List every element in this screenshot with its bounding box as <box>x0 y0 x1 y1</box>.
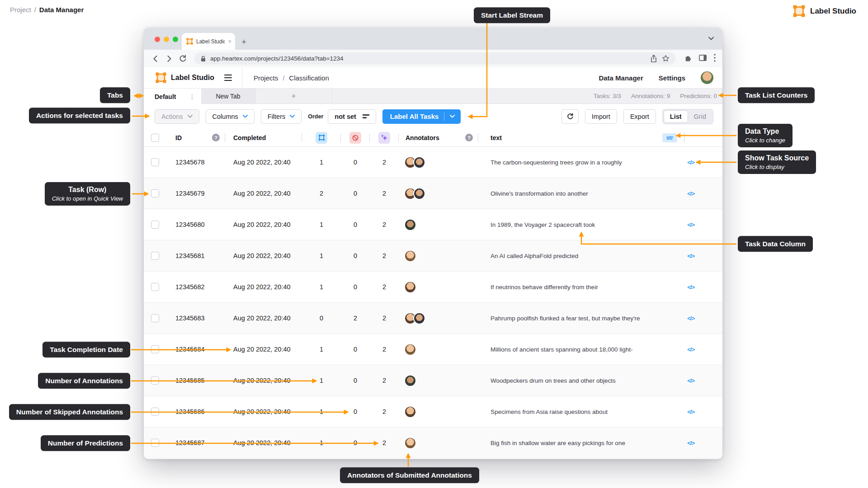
view-grid-button[interactable]: Grid <box>688 113 712 120</box>
browser-tab[interactable]: Label Studio × <box>182 33 235 50</box>
export-button[interactable]: Export <box>623 109 656 124</box>
bookmark-star-icon[interactable] <box>661 54 670 63</box>
url-text[interactable]: app.heartex.com/projects/123456/data?tab… <box>210 55 646 62</box>
callout-show-task-source: Show Task Source Click to display <box>738 150 816 174</box>
table-row[interactable]: 12345684 Aug 20 2022, 20:40 1 0 2 Millio… <box>144 334 722 365</box>
row-checkbox[interactable] <box>151 283 159 291</box>
header-annotators[interactable]: Annotators ? <box>399 129 478 146</box>
back-icon[interactable] <box>150 53 161 64</box>
share-icon[interactable] <box>650 54 658 63</box>
table-row[interactable]: 12345680 Aug 20 2022, 20:40 1 0 2 In 198… <box>144 209 722 240</box>
row-select-cell <box>144 272 167 302</box>
import-button[interactable]: Import <box>585 109 617 124</box>
maximize-window-button[interactable] <box>173 37 178 42</box>
table-row[interactable]: 12345687 Aug 20 2022, 20:40 1 0 2 Big fi… <box>144 427 722 459</box>
annotators-help-icon[interactable]: ? <box>465 134 473 141</box>
skipped-count: 0 <box>354 439 357 446</box>
row-checkbox[interactable] <box>151 408 159 416</box>
task-source-icon[interactable]: </> <box>687 346 694 353</box>
skipped-count: 0 <box>354 159 357 166</box>
forward-icon[interactable] <box>164 53 175 64</box>
skipped-annotations-icon <box>349 132 361 144</box>
task-text: Pahrump poolfish flunked a fear test, bu… <box>491 315 679 322</box>
header-text[interactable]: text str <box>478 129 722 146</box>
id-help-icon[interactable]: ? <box>212 134 220 141</box>
table-row[interactable]: 12345679 Aug 20 2022, 20:40 2 0 2 Olivin… <box>144 178 722 209</box>
task-source-icon[interactable]: </> <box>687 284 694 291</box>
row-checkbox[interactable] <box>151 439 159 447</box>
header-completed[interactable]: Completed <box>225 129 302 146</box>
hamburger-menu-icon[interactable] <box>224 75 232 81</box>
close-window-button[interactable] <box>155 37 160 42</box>
task-source-icon[interactable]: </> <box>687 440 694 446</box>
breadcrumb-project-link[interactable]: Project <box>10 6 31 14</box>
task-source-icon[interactable]: </> <box>687 190 694 197</box>
view-list-button[interactable]: List <box>664 110 688 123</box>
tab-options-kebab-icon[interactable]: ⋮ <box>189 93 195 100</box>
nav-data-manager[interactable]: Data Manager <box>599 74 643 82</box>
skipped-count: 0 <box>354 283 357 291</box>
new-browser-tab-button[interactable]: + <box>241 38 246 46</box>
window-controls <box>155 37 178 42</box>
table-row[interactable]: 12345682 Aug 20 2022, 20:40 1 0 2 If neu… <box>144 272 722 303</box>
task-completed-date: Aug 20 2022, 20:40 <box>233 346 291 353</box>
callout-completion-date: Task Completion Date <box>42 342 130 357</box>
task-completed-date: Aug 20 2022, 20:40 <box>233 159 291 166</box>
table-row[interactable]: 12345686 Aug 20 2022, 20:40 1 0 2 Specim… <box>144 396 722 427</box>
address-bar[interactable]: app.heartex.com/projects/123456/data?tab… <box>194 52 675 65</box>
app-breadcrumb-projects-link[interactable]: Projects <box>254 74 278 82</box>
tab-default[interactable]: Default ⋮ <box>144 89 201 104</box>
side-panel-icon[interactable] <box>698 54 707 64</box>
columns-button[interactable]: Columns <box>206 109 255 124</box>
table-row[interactable]: 12345681 Aug 20 2022, 20:40 1 0 2 An AI … <box>144 240 722 272</box>
minimize-window-button[interactable] <box>164 37 169 42</box>
tab-search-chevron-icon[interactable] <box>708 36 714 41</box>
header-predictions[interactable] <box>370 129 399 146</box>
extensions-puzzle-icon[interactable] <box>684 53 692 64</box>
app-logo-icon[interactable] <box>156 72 166 83</box>
avatar-female-2 <box>404 250 416 262</box>
header-id[interactable]: ID ? <box>167 129 225 146</box>
close-tab-icon[interactable]: × <box>228 38 231 45</box>
filters-button[interactable]: Filters <box>261 109 302 124</box>
order-value-button[interactable]: not set <box>328 109 376 124</box>
task-source-icon[interactable]: </> <box>687 315 694 322</box>
app-header: Label Studio Projects / Classification D… <box>144 67 722 89</box>
nav-settings[interactable]: Settings <box>659 74 685 82</box>
task-text: In 1989, the Voyager 2 spacecraft took <box>491 221 679 228</box>
task-id: 12345687 <box>175 439 205 446</box>
browser-menu-kebab-icon[interactable] <box>713 53 716 64</box>
table-row[interactable]: 12345678 Aug 20 2022, 20:40 1 0 2 The ca… <box>144 147 722 178</box>
select-all-checkbox[interactable] <box>151 134 159 142</box>
row-checkbox[interactable] <box>151 314 159 322</box>
avatar-male-1 <box>413 156 425 169</box>
table-row[interactable]: 12345683 Aug 20 2022, 20:40 0 2 2 Pahrum… <box>144 303 722 334</box>
row-checkbox[interactable] <box>151 221 159 229</box>
row-checkbox[interactable] <box>151 158 159 166</box>
task-source-icon[interactable]: </> <box>687 408 694 415</box>
task-source-icon[interactable]: </> <box>687 253 694 259</box>
row-checkbox[interactable] <box>151 345 159 353</box>
add-tab-button[interactable]: + <box>255 89 332 103</box>
reload-icon[interactable] <box>177 53 188 64</box>
lock-icon <box>200 55 207 62</box>
tab-new-tab[interactable]: New Tab <box>201 89 255 103</box>
row-checkbox[interactable] <box>151 376 159 385</box>
chevron-down-icon <box>188 115 193 118</box>
data-type-badge[interactable]: str <box>662 133 677 142</box>
account-avatar[interactable] <box>701 71 713 84</box>
header-skipped[interactable] <box>341 129 370 146</box>
refresh-button[interactable] <box>561 109 579 124</box>
callout-num-annotations: Number of Annotations <box>38 373 130 389</box>
task-source-icon[interactable]: </> <box>687 159 694 166</box>
header-annotations[interactable] <box>302 129 341 146</box>
task-source-icon[interactable]: </> <box>687 221 694 228</box>
row-checkbox[interactable] <box>151 252 159 260</box>
table-header: ID ? Completed <box>144 129 722 147</box>
table-row[interactable]: 12345685 Aug 20 2022, 20:40 1 0 2 Woodpe… <box>144 365 722 396</box>
label-all-tasks-button[interactable]: Label All Tasks <box>382 109 461 124</box>
row-checkbox[interactable] <box>151 189 159 197</box>
task-source-icon[interactable]: </> <box>687 377 694 384</box>
task-text: An AI called AlphaFold predicted <box>491 253 679 259</box>
actions-button[interactable]: Actions <box>155 109 199 124</box>
